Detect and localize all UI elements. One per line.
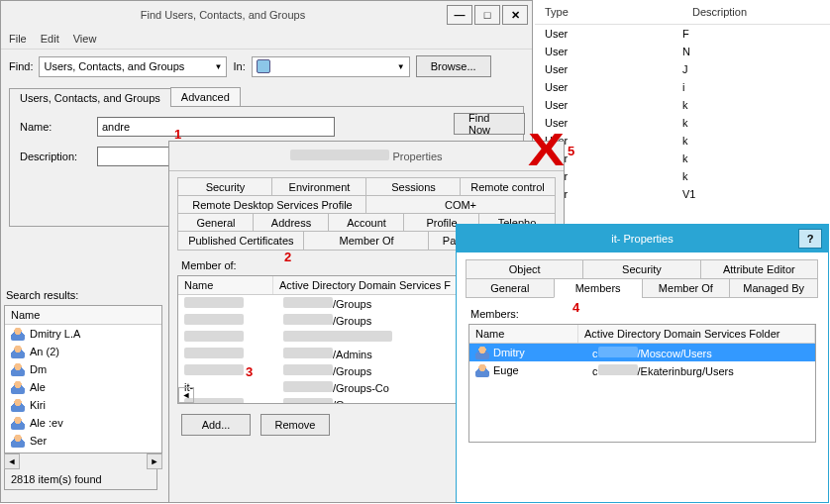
menu-view[interactable]: View xyxy=(73,33,97,45)
annotation-5: 5 xyxy=(568,144,574,158)
status-bar: 2818 item(s) found xyxy=(4,469,157,490)
results-col-name[interactable]: Name xyxy=(5,306,161,325)
member-row[interactable]: Eugec/Ekaterinburg/Users xyxy=(469,361,815,379)
close-button[interactable]: ✕ xyxy=(502,5,528,25)
annotation-3: 3 xyxy=(246,364,253,379)
result-item[interactable]: Ser xyxy=(5,432,161,450)
grid-row[interactable]: Userk xyxy=(535,150,830,167)
group-tab[interactable]: Managed By xyxy=(729,278,818,298)
prop-titlebar[interactable]: Properties xyxy=(169,142,564,171)
person-icon xyxy=(475,346,489,359)
prop-tab[interactable]: Environment xyxy=(271,177,367,197)
col-name[interactable]: Name xyxy=(178,276,273,294)
in-label: In: xyxy=(233,60,245,72)
member-row[interactable]: Dmitryc/Moscow/Users xyxy=(469,344,815,361)
grid-row[interactable]: UserN xyxy=(535,43,830,60)
result-item[interactable]: Kiri xyxy=(5,396,161,414)
adu-grid: Type Description UserFUserNUserJUseriUse… xyxy=(535,0,830,224)
desc-label: Description: xyxy=(20,151,87,162)
scroll-right[interactable]: ► xyxy=(147,454,162,469)
result-item[interactable]: Dmitry L.A xyxy=(5,325,161,343)
maximize-button[interactable]: □ xyxy=(474,5,500,25)
person-icon xyxy=(11,362,25,376)
grid-row[interactable]: UserJ xyxy=(535,60,830,78)
result-item[interactable]: Ale :ev xyxy=(5,414,161,432)
grid-row[interactable]: Userk xyxy=(535,167,830,185)
domain-icon xyxy=(257,59,270,73)
prop-tab[interactable]: Remote control xyxy=(460,177,556,197)
group-tabs: ObjectSecurityAttribute EditorGeneralMem… xyxy=(467,260,818,298)
group-tab[interactable]: Member Of xyxy=(642,278,731,298)
col-type[interactable]: Type xyxy=(535,0,682,24)
help-button[interactable]: ? xyxy=(798,229,822,249)
grid-row[interactable]: UserV1 xyxy=(535,185,830,203)
group-title: it- Properties xyxy=(611,233,673,245)
group-tab[interactable]: Security xyxy=(582,259,700,279)
group-tab[interactable]: Members xyxy=(554,278,643,298)
prop-tab[interactable]: Sessions xyxy=(365,177,462,197)
grid-row[interactable]: Userk xyxy=(535,96,830,114)
tab-users[interactable]: Users, Contacts, and Groups xyxy=(9,88,171,107)
chevron-down-icon: ▼ xyxy=(397,62,405,71)
scroll-left[interactable]: ◄ xyxy=(4,454,20,469)
menu-file[interactable]: File xyxy=(9,33,27,45)
annotation-2: 2 xyxy=(284,250,291,264)
chevron-down-icon: ▼ xyxy=(215,62,223,71)
person-icon xyxy=(11,434,25,448)
person-icon xyxy=(11,398,25,412)
find-type-select[interactable]: Users, Contacts, and Groups▼ xyxy=(39,56,227,77)
group-tab[interactable]: Object xyxy=(466,259,583,279)
result-item[interactable]: An (2) xyxy=(5,343,161,360)
grid-row[interactable]: Userk xyxy=(535,114,830,132)
members-list[interactable]: Name Active Directory Domain Services Fo… xyxy=(468,324,816,443)
prop-tab[interactable]: Member Of xyxy=(303,231,431,251)
minimize-button[interactable]: — xyxy=(447,5,472,25)
prop-tab[interactable]: General xyxy=(177,213,255,233)
prop-tab[interactable]: Published Certificates xyxy=(177,231,305,251)
annotation-4: 4 xyxy=(572,300,579,315)
grid-row[interactable]: Useri xyxy=(535,78,830,96)
col-desc[interactable]: Description xyxy=(682,0,830,24)
prop-tab[interactable]: Security xyxy=(177,177,273,197)
menubar: File Edit View xyxy=(1,29,532,50)
add-button[interactable]: Add... xyxy=(181,414,251,436)
person-icon xyxy=(475,363,489,377)
search-results-panel: Search results: Name Dmitry L.AAn (2)DmA… xyxy=(4,285,162,490)
col-folder[interactable]: Active Directory Domain Services Folder xyxy=(578,325,815,343)
col-name[interactable]: Name xyxy=(469,325,578,343)
in-select[interactable]: ▼ xyxy=(252,56,410,77)
result-item[interactable]: Dm xyxy=(5,360,161,378)
person-icon xyxy=(11,380,25,394)
browse-button[interactable]: Browse... xyxy=(416,55,491,77)
find-title: Find Users, Contacts, and Groups xyxy=(1,9,445,21)
result-item[interactable]: Ale xyxy=(5,378,161,396)
group-tab[interactable]: Attribute Editor xyxy=(700,259,818,279)
person-icon xyxy=(11,327,25,341)
menu-edit[interactable]: Edit xyxy=(41,33,59,45)
grid-row[interactable]: Userk xyxy=(535,132,830,150)
find-now-button[interactable]: Find Now xyxy=(454,113,525,135)
annotation-1: 1 xyxy=(174,127,181,142)
grid-header: Type Description xyxy=(535,0,830,25)
group-tab[interactable]: General xyxy=(466,278,555,298)
prop-tab[interactable]: Remote Desktop Services Profile xyxy=(177,195,367,215)
search-results-label: Search results: xyxy=(6,289,160,301)
remove-button[interactable]: Remove xyxy=(260,414,330,436)
group-titlebar[interactable]: it- Properties ? xyxy=(457,225,828,252)
members-label: Members: xyxy=(470,308,814,320)
prop-tab[interactable]: COM+ xyxy=(365,195,556,215)
prop-tab[interactable]: Account xyxy=(328,213,405,233)
red-x-mark: X xyxy=(528,123,565,176)
find-label: Find: xyxy=(9,60,33,72)
results-list[interactable]: Name Dmitry L.AAn (2)DmAleKiriAle :evSer xyxy=(4,305,162,454)
prop-tab[interactable]: Address xyxy=(253,213,330,233)
group-properties-window: it- Properties ? ObjectSecurityAttribute… xyxy=(456,224,829,503)
person-icon xyxy=(11,416,25,430)
desc-input[interactable] xyxy=(97,147,176,166)
find-titlebar: Find Users, Contacts, and Groups — □ ✕ xyxy=(1,1,532,29)
name-input[interactable] xyxy=(97,117,335,137)
grid-row[interactable]: UserF xyxy=(535,25,830,43)
tab-advanced[interactable]: Advanced xyxy=(170,87,241,106)
scroll-left[interactable]: ◄ xyxy=(178,387,194,403)
name-label: Name: xyxy=(20,121,87,133)
